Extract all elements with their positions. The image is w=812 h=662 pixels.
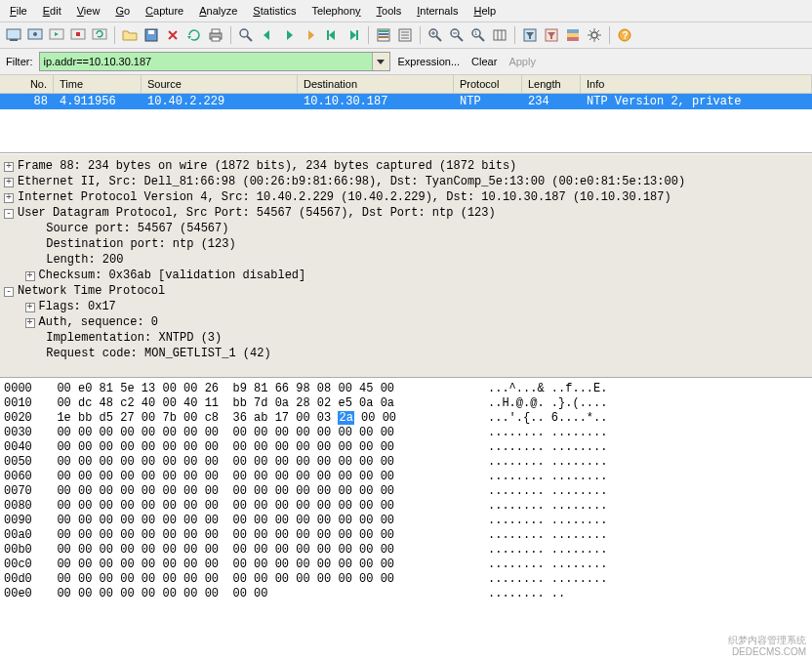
close-file-icon[interactable]	[163, 25, 183, 45]
detail-line[interactable]: Length: 200	[0, 252, 812, 268]
separator	[114, 26, 115, 44]
detail-line[interactable]: Destination port: ntp (123)	[0, 236, 812, 252]
hex-line[interactable]: 0080 00 00 00 00 00 00 00 00 00 00 00 00…	[0, 499, 812, 514]
options-icon[interactable]	[25, 25, 45, 45]
go-forward-icon[interactable]	[279, 25, 299, 45]
tree-expander-icon[interactable]: +	[25, 318, 35, 328]
hex-line[interactable]: 0010 00 dc 48 c2 40 00 40 11 bb 7d 0a 28…	[0, 396, 812, 411]
open-file-icon[interactable]	[120, 25, 140, 45]
preferences-icon[interactable]	[585, 25, 604, 45]
menu-item[interactable]: Edit	[37, 2, 67, 20]
detail-line[interactable]: Implementation: XNTPD (3)	[0, 330, 812, 346]
auto-scroll-icon[interactable]	[395, 25, 415, 45]
tree-expander-icon[interactable]: -	[4, 287, 14, 297]
detail-line[interactable]: Source port: 54567 (54567)	[0, 221, 812, 236]
col-header-protocol[interactable]: Protocol	[454, 75, 522, 93]
apply-button[interactable]: Apply	[505, 56, 540, 67]
zoom-out-icon[interactable]	[447, 25, 467, 45]
svg-rect-47	[567, 29, 579, 33]
colorize-icon[interactable]	[374, 25, 393, 45]
tree-expander-icon[interactable]: -	[4, 209, 14, 219]
menu-item[interactable]: Statistics	[247, 2, 302, 20]
stop-capture-icon[interactable]	[68, 25, 88, 45]
packet-details-pane[interactable]: +Frame 88: 234 bytes on wire (1872 bits)…	[0, 153, 812, 378]
coloring-rules-icon[interactable]	[563, 25, 583, 45]
hex-line[interactable]: 00d0 00 00 00 00 00 00 00 00 00 00 00 00…	[0, 572, 812, 587]
tree-expander-icon[interactable]: +	[25, 271, 35, 281]
menu-item[interactable]: Capture	[140, 2, 189, 20]
hex-line[interactable]: 00c0 00 00 00 00 00 00 00 00 00 00 00 00…	[0, 558, 812, 572]
hex-line[interactable]: 00b0 00 00 00 00 00 00 00 00 00 00 00 00…	[0, 543, 812, 558]
help-icon[interactable]: ?	[615, 25, 634, 45]
tree-expander-icon[interactable]: +	[4, 178, 14, 187]
filter-dropdown-icon[interactable]	[372, 53, 389, 70]
zoom-reset-icon[interactable]: 1	[468, 25, 488, 45]
print-icon[interactable]	[206, 25, 225, 45]
filter-input-container	[39, 52, 390, 71]
hex-line[interactable]: 0030 00 00 00 00 00 00 00 00 00 00 00 00…	[0, 426, 812, 440]
menu-item[interactable]: File	[4, 2, 33, 20]
menu-item[interactable]: Telephony	[305, 2, 366, 20]
detail-line[interactable]: +Auth, sequence: 0	[0, 314, 812, 330]
menu-item[interactable]: Go	[109, 2, 136, 20]
hex-line[interactable]: 0060 00 00 00 00 00 00 00 00 00 00 00 00…	[0, 470, 812, 484]
hex-line[interactable]: 0020 1e bb d5 27 00 7b 00 c8 36 ab 17 00…	[0, 411, 812, 426]
detail-line[interactable]: +Internet Protocol Version 4, Src: 10.40…	[0, 189, 812, 205]
separator	[230, 26, 231, 44]
separator	[609, 26, 610, 44]
detail-line[interactable]: -User Datagram Protocol, Src Port: 54567…	[0, 205, 812, 221]
capture-filters-icon[interactable]	[520, 25, 540, 45]
detail-line[interactable]: Request code: MON_GETLIST_1 (42)	[0, 346, 812, 361]
go-last-icon[interactable]	[344, 25, 363, 45]
hex-line[interactable]: 00e0 00 00 00 00 00 00 00 00 00 00 .....…	[0, 587, 812, 601]
packet-bytes-pane[interactable]: 0000 00 e0 81 5e 13 00 00 26 b9 81 66 98…	[0, 378, 812, 662]
detail-line[interactable]: +Checksum: 0x36ab [validation disabled]	[0, 268, 812, 283]
hex-line[interactable]: 0040 00 00 00 00 00 00 00 00 00 00 00 00…	[0, 440, 812, 455]
menu-item[interactable]: Internals	[411, 2, 464, 20]
hex-line[interactable]: 0050 00 00 00 00 00 00 00 00 00 00 00 00…	[0, 455, 812, 470]
restart-capture-icon[interactable]	[90, 25, 109, 45]
tree-expander-icon[interactable]: +	[4, 162, 14, 172]
find-icon[interactable]	[236, 25, 256, 45]
zoom-in-icon[interactable]	[426, 25, 445, 45]
display-filters-icon[interactable]	[542, 25, 561, 45]
hex-line[interactable]: 0070 00 00 00 00 00 00 00 00 00 00 00 00…	[0, 484, 812, 499]
detail-line[interactable]: +Ethernet II, Src: Dell_81:66:98 (00:26:…	[0, 174, 812, 189]
go-back-icon[interactable]	[258, 25, 277, 45]
tree-expander-icon[interactable]: +	[4, 193, 14, 203]
reload-icon[interactable]	[184, 25, 204, 45]
col-header-source[interactable]: Source	[142, 75, 298, 93]
go-first-icon[interactable]	[322, 25, 342, 45]
menu-item[interactable]: Tools	[371, 2, 408, 20]
filter-input[interactable]	[40, 56, 372, 67]
detail-line[interactable]: +Flags: 0x17	[0, 299, 812, 314]
col-header-time[interactable]: Time	[54, 75, 142, 93]
packet-list-header: No. Time Source Destination Protocol Len…	[0, 75, 812, 94]
detail-line[interactable]: +Frame 88: 234 bytes on wire (1872 bits)…	[0, 158, 812, 174]
tree-expander-icon[interactable]: +	[25, 303, 35, 312]
separator	[514, 26, 515, 44]
menu-item[interactable]: View	[71, 2, 106, 20]
svg-point-3	[33, 32, 37, 36]
col-header-length[interactable]: Length	[522, 75, 581, 93]
packet-row[interactable]: 884.91195610.40.2.22910.10.30.187NTP234N…	[0, 94, 812, 109]
menu-item[interactable]: Analyze	[193, 2, 243, 20]
save-file-icon[interactable]	[142, 25, 161, 45]
start-capture-icon[interactable]	[47, 25, 66, 45]
col-header-destination[interactable]: Destination	[298, 75, 454, 93]
hex-line[interactable]: 0000 00 e0 81 5e 13 00 00 26 b9 81 66 98…	[0, 382, 812, 396]
resize-columns-icon[interactable]	[490, 25, 509, 45]
svg-text:?: ?	[623, 30, 629, 41]
hex-line[interactable]: 00a0 00 00 00 00 00 00 00 00 00 00 00 00…	[0, 528, 812, 543]
svg-marker-23	[350, 30, 356, 40]
svg-marker-18	[287, 30, 293, 40]
col-header-no[interactable]: No.	[0, 75, 54, 93]
hex-line[interactable]: 0090 00 00 00 00 00 00 00 00 00 00 00 00…	[0, 514, 812, 528]
clear-button[interactable]: Clear	[467, 56, 501, 67]
go-to-packet-icon[interactable]	[301, 25, 320, 45]
col-header-info[interactable]: Info	[581, 75, 812, 93]
menu-item[interactable]: Help	[467, 2, 502, 20]
detail-line[interactable]: -Network Time Protocol	[0, 283, 812, 299]
expression-button[interactable]: Expression...	[394, 56, 465, 67]
interfaces-icon[interactable]	[4, 25, 23, 45]
